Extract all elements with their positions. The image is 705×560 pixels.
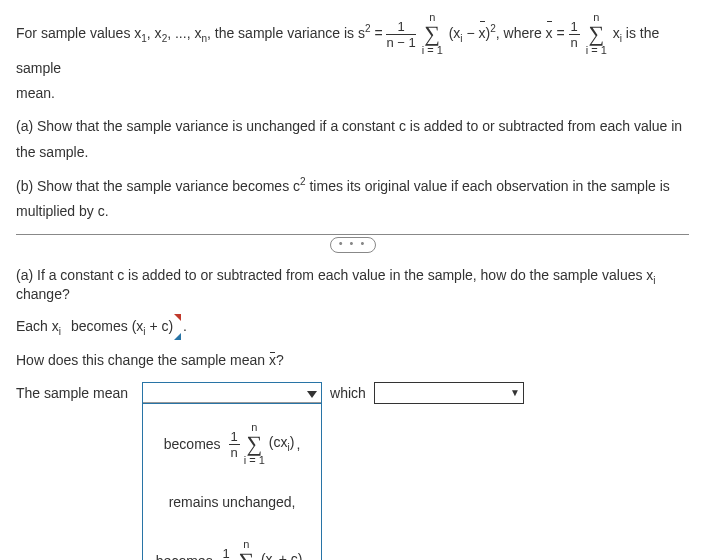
sample-mean-label: The sample mean — [16, 382, 128, 401]
part-a-text: (a) Show that the sample variance is unc… — [16, 114, 689, 164]
answer-a1: Each xi becomes (xi + c) . — [16, 316, 689, 339]
answer-a1-filled[interactable]: becomes (xi + c) — [65, 316, 179, 339]
expand-button[interactable]: • • • — [330, 237, 376, 253]
dropdown-option-3[interactable]: becomes 1 n n ∑ i = 1 (xi + c) , — [143, 525, 321, 560]
result-dropdown[interactable]: ▼ — [374, 382, 524, 404]
dropdown-panel: becomes 1 n n ∑ i = 1 (cxi) , remains — [142, 404, 322, 560]
mean-line: mean. — [16, 81, 689, 106]
part-b-text: (b) Show that the sample variance become… — [16, 173, 689, 224]
chevron-down-icon: ▼ — [510, 387, 520, 398]
dropdown-option-1[interactable]: becomes 1 n n ∑ i = 1 (cxi) , — [143, 408, 321, 480]
mean-change-dropdown[interactable]: becomes 1 n n ∑ i = 1 (cxi) , remains — [142, 382, 322, 404]
dropdown-option-2[interactable]: remains unchanged, — [143, 480, 321, 525]
divider — [16, 234, 689, 235]
chevron-down-icon — [307, 385, 317, 401]
question-a2: How does this change the sample mean x? — [16, 352, 689, 368]
question-a: (a) If a constant c is added to or subtr… — [16, 267, 689, 302]
which-label: which — [330, 382, 366, 401]
answer-a2-row: The sample mean becomes 1 n n ∑ — [16, 382, 689, 404]
problem-statement: For sample values x1, x2, ..., xn, the s… — [16, 12, 689, 106]
intro-text: For sample values x1, x2, ..., xn, the s… — [16, 25, 659, 76]
